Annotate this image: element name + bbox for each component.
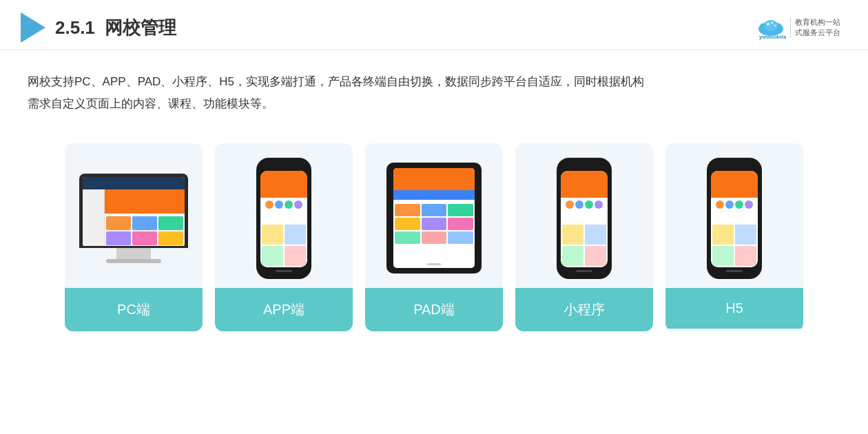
description-block: 网校支持PC、APP、PAD、小程序、H5，实现多端打通，产品各终端自由切换，数… <box>0 50 868 123</box>
card-miniprogram: 小程序 <box>515 143 653 331</box>
card-pad-label: PAD端 <box>365 288 503 331</box>
card-h5-label: H5 <box>665 288 803 329</box>
section-number: 2.5.1 <box>55 17 95 38</box>
logo-arrow-icon <box>21 12 45 43</box>
page-title: 2.5.1 网校管理 <box>55 16 176 40</box>
card-app-image <box>215 143 353 288</box>
svg-point-6 <box>774 25 776 27</box>
brand-logo: yunduoketang.com 教育机构一站 式服务云平台 <box>756 15 840 40</box>
description-line1: 网校支持PC、APP、PAD、小程序、H5，实现多端打通，产品各终端自由切换，数… <box>28 71 840 93</box>
card-pc-label: PC端 <box>65 288 203 331</box>
card-pad-image <box>365 143 503 288</box>
svg-text:yunduoketang.com: yunduoketang.com <box>759 34 786 40</box>
phone-miniprogram-mockup <box>557 158 612 279</box>
pad-outer <box>386 163 482 273</box>
phone-screen <box>260 171 307 267</box>
phone-home-indicator-mini <box>576 270 592 272</box>
svg-point-5 <box>772 22 774 24</box>
brand-tagline-2: 式服务云平台 <box>795 28 840 38</box>
phone-outer-h5 <box>707 158 762 279</box>
card-app-label: APP端 <box>215 288 353 331</box>
phone-screen-h5 <box>711 171 758 267</box>
pad-mockup <box>386 163 482 273</box>
brand-cloud-icon: yunduoketang.com <box>756 15 786 40</box>
phone-notch-h5 <box>726 165 743 168</box>
card-h5-image <box>665 143 803 288</box>
phone-notch-mini <box>576 165 592 168</box>
page: 2.5.1 网校管理 yunduoketang.com 教育机构一站 式服务云平… <box>0 0 868 434</box>
card-miniprogram-label: 小程序 <box>515 288 653 331</box>
monitor-screen <box>83 177 185 246</box>
card-pc: PC端 <box>65 143 203 331</box>
svg-point-4 <box>767 23 769 25</box>
card-pad: PAD端 <box>365 143 503 331</box>
monitor-outer <box>79 174 188 248</box>
brand-text: 教育机构一站 式服务云平台 <box>790 17 840 39</box>
phone-home-indicator <box>276 270 292 272</box>
card-miniprogram-image <box>515 143 653 288</box>
cards-container: PC端 <box>0 123 868 352</box>
monitor-base <box>106 259 161 263</box>
card-pc-image <box>65 143 203 288</box>
pc-monitor-mockup <box>79 174 188 263</box>
monitor-stand <box>116 248 151 259</box>
description-line2: 需求自定义页面上的内容、课程、功能模块等。 <box>28 93 840 115</box>
header: 2.5.1 网校管理 yunduoketang.com 教育机构一站 式服务云平… <box>0 0 868 50</box>
phone-notch <box>276 165 292 168</box>
header-left: 2.5.1 网校管理 <box>21 12 176 43</box>
brand-tagline-1: 教育机构一站 <box>795 17 840 28</box>
title-text: 网校管理 <box>105 17 176 38</box>
pad-screen <box>393 168 475 268</box>
phone-screen-mini <box>561 171 608 267</box>
phone-home-indicator-h5 <box>726 270 743 272</box>
phone-h5-mockup <box>707 158 762 279</box>
phone-outer-mini <box>557 158 612 279</box>
phone-app-mockup <box>256 158 311 279</box>
phone-outer <box>256 158 311 279</box>
card-app: APP端 <box>215 143 353 331</box>
card-h5: H5 <box>665 143 803 331</box>
